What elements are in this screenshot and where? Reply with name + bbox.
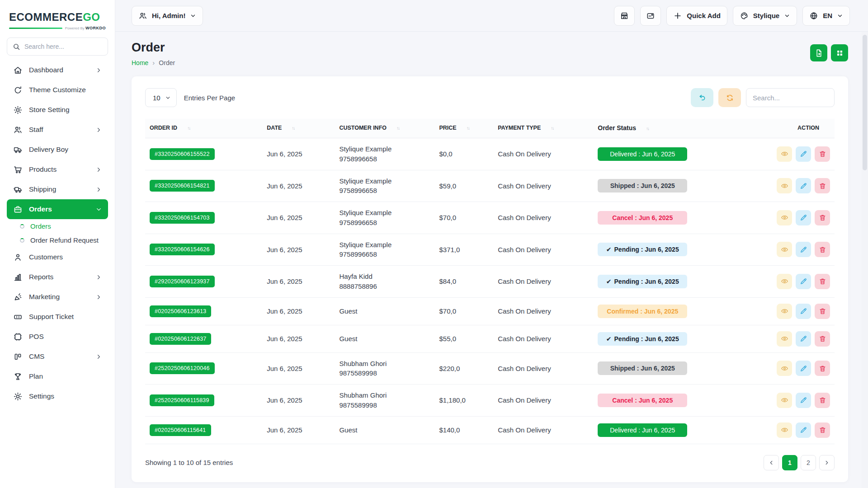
order-status-badge[interactable]: ✔Pending : Jun 6, 2025: [598, 275, 687, 288]
sidebar-item-orders[interactable]: Orders: [7, 199, 108, 219]
scrollbar[interactable]: [862, 32, 868, 488]
order-status-badge[interactable]: Cancel : Jun 6, 2025: [598, 394, 687, 407]
sidebar-item-marketing[interactable]: Marketing: [7, 287, 108, 307]
sidebar-item-cms[interactable]: CMS: [7, 347, 108, 366]
delete-order-button[interactable]: [815, 422, 830, 438]
sidebar-item-support-ticket[interactable]: Support Ticket: [7, 307, 108, 327]
delete-order-button[interactable]: [815, 242, 830, 257]
sort-icon[interactable]: ↑↓: [396, 126, 399, 131]
previous-page-button[interactable]: [764, 455, 779, 470]
delete-order-button[interactable]: [815, 146, 830, 162]
view-order-button[interactable]: [777, 422, 792, 438]
sort-icon[interactable]: ↑↓: [467, 126, 469, 131]
view-order-button[interactable]: [777, 304, 792, 319]
breadcrumb-home-link[interactable]: Home: [132, 59, 148, 66]
sidebar-item-plan[interactable]: Plan: [7, 366, 108, 386]
delete-order-button[interactable]: [815, 361, 830, 376]
delete-order-button[interactable]: [815, 210, 830, 225]
order-id-badge[interactable]: #2520250606115839: [150, 394, 214, 406]
order-status-badge[interactable]: Cancel : Jun 6, 2025: [598, 211, 687, 225]
delete-order-button[interactable]: [815, 304, 830, 319]
edit-order-button[interactable]: [796, 146, 811, 162]
entries-per-page-select[interactable]: 10: [145, 88, 177, 107]
order-id-badge[interactable]: #3320250606154821: [150, 180, 215, 192]
mail-button[interactable]: [640, 6, 661, 26]
order-id-badge[interactable]: #2920250606123937: [150, 276, 215, 287]
edit-order-button[interactable]: [796, 210, 811, 225]
user-menu-button[interactable]: Hi, Admin!: [132, 6, 203, 26]
edit-order-button[interactable]: [796, 393, 811, 408]
delete-order-button[interactable]: [815, 393, 830, 408]
edit-order-button[interactable]: [796, 304, 811, 319]
edit-order-button[interactable]: [796, 331, 811, 347]
view-order-button[interactable]: [777, 393, 792, 408]
order-status-badge[interactable]: Shipped : Jun 6, 2025: [598, 179, 687, 192]
sort-icon[interactable]: ↑↓: [551, 126, 553, 131]
view-order-button[interactable]: [777, 210, 792, 225]
column-header-date[interactable]: DATE↑↓: [262, 119, 335, 138]
view-order-button[interactable]: [777, 146, 792, 162]
view-order-button[interactable]: [777, 178, 792, 193]
order-id-badge[interactable]: #020250606123613: [150, 305, 211, 317]
edit-order-button[interactable]: [796, 242, 811, 257]
sidebar-item-reports[interactable]: Reports: [7, 267, 108, 287]
reload-button[interactable]: [718, 88, 741, 107]
brand-logo[interactable]: ECOMMERCEGO Powered By WORKDO: [0, 8, 115, 30]
scrollbar-thumb[interactable]: [863, 35, 867, 170]
sort-icon[interactable]: ↑↓: [292, 126, 294, 131]
sidebar-item-shipping[interactable]: Shipping: [7, 179, 108, 199]
sidebar-item-store-setting[interactable]: Store Setting: [7, 100, 108, 120]
table-search-input[interactable]: [746, 88, 835, 107]
sort-icon[interactable]: ↑↓: [646, 126, 649, 131]
order-status-badge[interactable]: ✔Pending : Jun 6, 2025: [598, 332, 687, 346]
column-header-order-id[interactable]: ORDER ID↑↓: [145, 119, 262, 138]
sidebar-item-products[interactable]: Products: [7, 160, 108, 179]
sidebar-search-input[interactable]: [24, 43, 102, 50]
language-button[interactable]: EN: [802, 6, 850, 26]
view-order-button[interactable]: [777, 331, 792, 347]
sidebar-item-customers[interactable]: Customers: [7, 247, 108, 267]
order-status-badge[interactable]: Delivered : Jun 6, 2025: [598, 147, 687, 161]
order-status-badge[interactable]: Delivered : Jun 6, 2025: [598, 423, 687, 437]
column-header-customer-info[interactable]: CUSTOMER INFO↑↓: [335, 119, 434, 138]
order-id-badge[interactable]: #3320250606154626: [150, 244, 215, 255]
undo-button[interactable]: [691, 88, 713, 107]
store-switcher-button[interactable]: Stylique: [733, 6, 797, 26]
view-order-button[interactable]: [777, 361, 792, 376]
edit-order-button[interactable]: [796, 274, 811, 289]
sidebar-item-pos[interactable]: POS: [7, 327, 108, 347]
edit-order-button[interactable]: [796, 361, 811, 376]
sidebar-search[interactable]: [7, 38, 108, 56]
edit-order-button[interactable]: [796, 178, 811, 193]
order-id-badge[interactable]: #020250606115641: [150, 424, 211, 436]
sort-icon[interactable]: ↑↓: [187, 126, 190, 131]
quick-add-button[interactable]: Quick Add: [666, 6, 727, 26]
order-status-badge[interactable]: Shipped : Jun 6, 2025: [598, 361, 687, 375]
sidebar-item-settings[interactable]: Settings: [7, 386, 108, 406]
export-button[interactable]: [810, 44, 827, 61]
sidebar-item-theme-customize[interactable]: Theme Customize: [7, 80, 108, 100]
order-status-badge[interactable]: ✔Pending : Jun 6, 2025: [598, 243, 687, 256]
edit-order-button[interactable]: [796, 422, 811, 438]
order-id-badge[interactable]: #3320250606154703: [150, 212, 215, 224]
sidebar-subitem-orders[interactable]: Orders: [0, 219, 115, 233]
page-button-2[interactable]: 2: [801, 455, 816, 470]
order-id-badge[interactable]: #3320250606155522: [150, 148, 215, 160]
order-id-badge[interactable]: #020250606122637: [150, 333, 211, 345]
page-button-1[interactable]: 1: [782, 455, 797, 470]
next-page-button[interactable]: [819, 455, 835, 470]
sidebar-subitem-order-refund-request[interactable]: Order Refund Request: [0, 233, 115, 247]
sidebar-item-staff[interactable]: Staff: [7, 120, 108, 140]
column-header-price[interactable]: PRICE↑↓: [435, 119, 494, 138]
grid-view-button[interactable]: [831, 44, 848, 61]
view-order-button[interactable]: [777, 274, 792, 289]
order-id-badge[interactable]: #2520250606120046: [150, 362, 215, 374]
sidebar-item-delivery-boy[interactable]: Delivery Boy: [7, 140, 108, 160]
column-header-payment-type[interactable]: PAYMENT TYPE↑↓: [493, 119, 593, 138]
delete-order-button[interactable]: [815, 274, 830, 289]
delete-order-button[interactable]: [815, 331, 830, 347]
delete-order-button[interactable]: [815, 178, 830, 193]
storefront-button[interactable]: [614, 6, 635, 26]
sidebar-item-dashboard[interactable]: Dashboard: [7, 60, 108, 80]
view-order-button[interactable]: [777, 242, 792, 257]
